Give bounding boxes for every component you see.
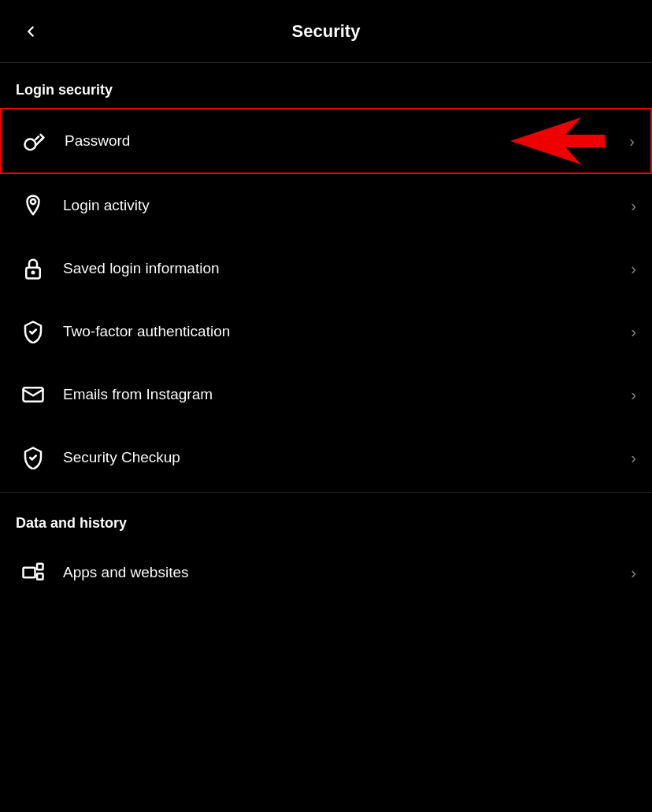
menu-item-emails[interactable]: Emails from Instagram › (0, 363, 652, 426)
back-button[interactable] (16, 17, 46, 46)
menu-item-password[interactable]: Password › (0, 108, 652, 174)
menu-item-saved-login[interactable]: Saved login information › (0, 237, 652, 300)
menu-item-login-activity[interactable]: Login activity › (0, 174, 652, 237)
key-icon (17, 124, 52, 158)
chevron-icon-two-factor: › (631, 323, 636, 341)
page-title: Security (292, 21, 361, 42)
menu-item-apps-websites[interactable]: Apps and websites › (0, 541, 652, 604)
svg-point-0 (25, 139, 36, 150)
header: Security (0, 0, 652, 63)
two-factor-label: Two-factor authentication (63, 323, 631, 340)
apps-websites-label: Apps and websites (63, 564, 631, 581)
location-icon (16, 188, 50, 223)
svg-point-2 (31, 199, 35, 204)
emails-label: Emails from Instagram (63, 386, 631, 403)
chevron-icon-security-checkup: › (631, 449, 636, 467)
chevron-icon-saved-login: › (631, 260, 636, 278)
security-checkup-label: Security Checkup (63, 449, 631, 466)
section-label-login-security: Login security (0, 63, 652, 108)
saved-login-label: Saved login information (63, 260, 631, 277)
chevron-icon-emails: › (631, 386, 636, 404)
lock-icon (16, 251, 50, 286)
section-label-data-history: Data and history (0, 496, 652, 541)
email-icon (16, 377, 50, 412)
password-label: Password (65, 132, 629, 150)
svg-rect-6 (24, 568, 35, 578)
menu-item-two-factor[interactable]: Two-factor authentication › (0, 300, 652, 363)
shield-check-icon (16, 314, 50, 349)
login-activity-label: Login activity (63, 197, 631, 214)
svg-point-4 (32, 272, 35, 274)
chevron-icon-password: › (629, 132, 635, 150)
chevron-icon-login-activity: › (631, 197, 636, 215)
apps-icon (16, 555, 50, 590)
section-divider (0, 492, 652, 493)
password-row-wrapper: Password › (0, 108, 652, 174)
svg-rect-8 (37, 573, 43, 580)
menu-item-security-checkup[interactable]: Security Checkup › (0, 426, 652, 489)
shield-tick-icon (16, 440, 50, 475)
chevron-icon-apps-websites: › (631, 564, 636, 582)
svg-rect-7 (37, 564, 43, 570)
